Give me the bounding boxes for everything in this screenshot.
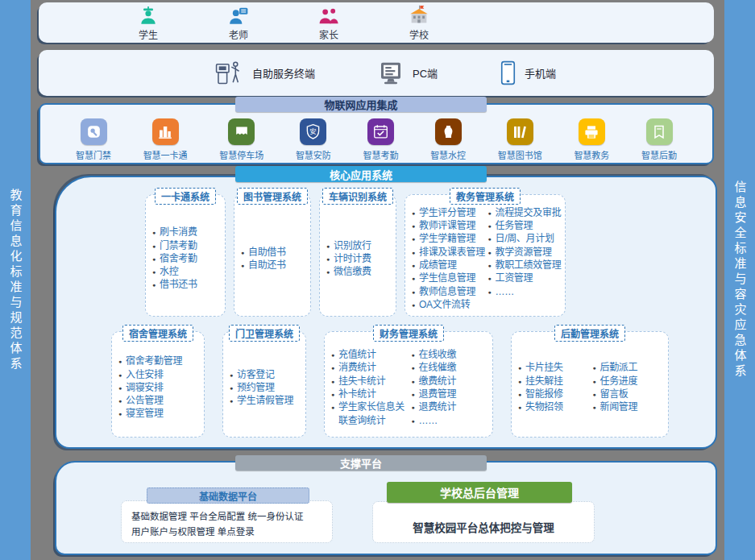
school-icon [408,4,430,27]
feature-item: 后勤派工 [593,361,666,374]
parking-icon [228,118,255,145]
feature-item: 学生评分管理 [412,206,486,219]
parents-icon [318,4,339,27]
feature-list: 在线收缴 在线催缴 缴费统计 退费管理 退费统计 [412,348,490,427]
feature-text: 任务管理 [495,219,533,232]
feature-text: 学生请假管理 [237,394,293,407]
feature-item: 访客登记 [230,368,302,381]
feature-text: 学生家长信息关联查询统计 [338,400,409,427]
feature-text: 教师信息管理 [419,285,475,298]
feature-item: 借书还书 [152,278,222,291]
feature-item: 退费管理 [412,388,490,400]
phone-icon [500,60,516,85]
feature-item: …… [412,414,490,427]
feature-text: OA文件流转 [419,298,471,311]
door-access-icon [81,118,107,145]
iot-label: 智慧安防 [296,148,331,161]
iot-label: 智慧考勤 [363,148,399,161]
feature-text: 留言板 [599,388,628,400]
role-item: 家长 [306,4,351,41]
feature-text: 预约管理 [237,381,275,394]
iot-item: 智慧图书馆 [498,118,542,161]
role-label: 学生 [139,27,158,41]
feature-list: 充值统计 消费统计 挂失卡统计 补卡统计 学生家长信息关联查询统计 [331,348,409,427]
feature-text: 挂失卡统计 [338,375,386,388]
system-box-title: 车辆识别系统 [322,188,393,205]
feature-item: 预约管理 [230,381,302,394]
feature-text: 退费统计 [418,400,456,413]
feature-text: 日/周、月计划 [495,232,554,245]
feature-item: 工资管理 [488,272,562,284]
feature-item: 微信缴费 [326,265,392,278]
feature-item: OA文件流转 [412,298,486,311]
feature-text: 流程提交及审批 [495,206,561,219]
role-label: 老师 [229,27,248,41]
role-item: 学校 [396,4,442,41]
feature-item: 流程提交及审批 [488,206,562,219]
core-systems-row-2: 宿舍管理系统 宿舍考勤管理 入住安排 调寝安排 [111,331,716,438]
feature-text: 缴费统计 [418,375,456,388]
terminal-label: 手机端 [525,65,556,81]
feature-item: 公告管理 [118,394,201,407]
system-box-title: 教务管理系统 [450,188,521,205]
system-box-title: 财务管理系统 [373,325,444,342]
feature-item: 卡片挂失 [518,361,591,374]
core-systems-row-1: 一卡通系统 刷卡消费 门禁考勤 宿舍考勤 [145,194,716,317]
feature-text: 水控 [160,265,178,278]
support-section-header: 支撑平台 [235,455,487,471]
feature-item: 教职工绩效管理 [488,259,562,272]
feature-item: 教师信息管理 [412,285,486,298]
feature-list: 流程提交及审批 任务管理 日/周、月计划 教学资源管理 教职工绩效管理 [488,206,562,312]
base-data-platform-content: 基础数据管理 平台全局配置 统一身份认证 用户账户与权限管理 单点登录 [121,500,333,543]
feature-item: 新闻管理 [593,400,666,413]
feature-item: 学生信息管理 [412,272,486,284]
feature-item: 寝室管理 [118,407,201,420]
feature-text: …… [418,414,437,427]
feature-item: 排课及课表管理 [412,246,486,259]
feature-text: 补卡统计 [338,388,376,400]
system-box: 财务管理系统 充值统计 消费统计 挂失卡统计 [324,331,493,438]
feature-text: 教学资源管理 [495,246,551,259]
feature-item: 在线催缴 [412,361,490,374]
feature-item: 自助借书 [241,246,307,259]
core-systems-panel: 一卡通系统 刷卡消费 门禁考勤 宿舍考勤 [55,176,717,449]
iot-item: 智慧后勤 [641,118,677,161]
feature-text: 教职工绩效管理 [495,259,561,272]
feature-text: 退费管理 [418,388,456,400]
iot-label: 智慧图书馆 [498,148,542,161]
feature-list: 访客登记 预约管理 学生请假管理 [230,368,302,408]
feature-item: 退费统计 [412,400,490,413]
iot-label: 智慧水控 [430,148,466,161]
left-sidebar-label: 教育信息化标准与规范体系 [10,189,22,372]
iot-item: 智慧水控 [430,118,466,161]
feature-item: 刷卡消费 [152,226,222,239]
feature-text: 学生信息管理 [419,272,475,284]
feature-item: 水控 [152,265,222,278]
system-box-title: 图书管理系统 [237,188,308,205]
onecard-icon [152,118,179,145]
iot-label: 智慧后勤 [641,148,677,161]
feature-text: 工资管理 [495,272,533,284]
feature-list: 刷卡消费 门禁考勤 宿舍考勤 水控 借书还书 [152,226,222,292]
feature-item: 任务进度 [593,375,666,388]
feature-text: 自助还书 [248,259,286,272]
terminals-panel: 自助服务终端 PC端 手机端 [39,50,714,96]
iot-item: 安 智慧安防 [296,118,331,161]
feature-item: 消费统计 [331,361,409,374]
feature-text: 卡片挂失 [525,361,563,374]
feature-item: 失物招领 [518,400,591,413]
feature-text: 寝室管理 [126,407,164,420]
feature-text: 后勤派工 [599,361,637,374]
system-box-title: 后勤管理系统 [554,325,625,342]
feature-text: 成绩管理 [419,259,457,272]
core-section-header: 核心应用系统 [235,166,487,182]
feature-item: 任务管理 [488,219,562,232]
feature-text: 在线收缴 [418,348,456,361]
iot-label: 智慧门禁 [76,148,111,161]
water-icon [435,118,462,145]
feature-list: 识别放行 计时计费 微信缴费 [326,239,392,279]
feature-text: 识别放行 [334,239,371,252]
feature-text: 学生学籍管理 [419,232,475,245]
feature-list: 宿舍考勤管理 入住安排 调寝安排 公告管理 寝室管理 [118,355,201,421]
feature-text: 刷卡消费 [160,226,197,239]
